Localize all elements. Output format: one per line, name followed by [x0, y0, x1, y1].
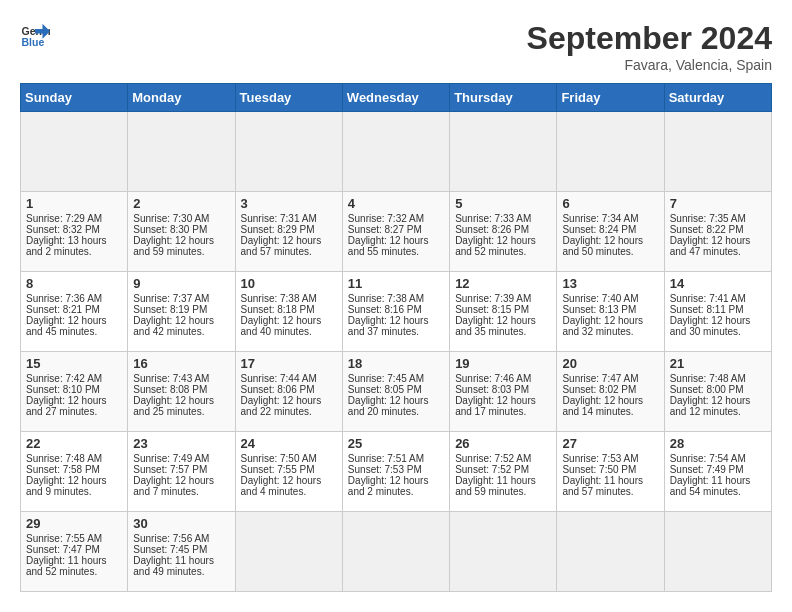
- day-cell-2: 2 Sunrise: 7:30 AMSunset: 8:30 PMDayligh…: [128, 192, 235, 272]
- day-cell-10: 10 Sunrise: 7:38 AMSunset: 8:18 PMDaylig…: [235, 272, 342, 352]
- day-cell-14: 14 Sunrise: 7:41 AMSunset: 8:11 PMDaylig…: [664, 272, 771, 352]
- empty-cell: [235, 112, 342, 192]
- day-number: 21: [670, 356, 766, 371]
- empty-cell: [342, 112, 449, 192]
- day-number: 6: [562, 196, 658, 211]
- day-cell-24: 24 Sunrise: 7:50 AMSunset: 7:55 PMDaylig…: [235, 432, 342, 512]
- day-number: 3: [241, 196, 337, 211]
- logo: General Blue: [20, 20, 50, 50]
- day-number: 9: [133, 276, 229, 291]
- calendar-table: Sunday Monday Tuesday Wednesday Thursday…: [20, 83, 772, 592]
- table-row: 22 Sunrise: 7:48 AMSunset: 7:58 PMDaylig…: [21, 432, 772, 512]
- day-number: 8: [26, 276, 122, 291]
- col-saturday: Saturday: [664, 84, 771, 112]
- empty-cell: [128, 112, 235, 192]
- day-number: 5: [455, 196, 551, 211]
- empty-cell: [557, 512, 664, 592]
- day-cell-29: 29 Sunrise: 7:55 AMSunset: 7:47 PMDaylig…: [21, 512, 128, 592]
- location: Favara, Valencia, Spain: [527, 57, 772, 73]
- day-cell-5: 5 Sunrise: 7:33 AMSunset: 8:26 PMDayligh…: [450, 192, 557, 272]
- day-cell-30: 30 Sunrise: 7:56 AMSunset: 7:45 PMDaylig…: [128, 512, 235, 592]
- day-cell-23: 23 Sunrise: 7:49 AMSunset: 7:57 PMDaylig…: [128, 432, 235, 512]
- month-title: September 2024: [527, 20, 772, 57]
- day-number: 24: [241, 436, 337, 451]
- col-monday: Monday: [128, 84, 235, 112]
- day-cell-16: 16 Sunrise: 7:43 AMSunset: 8:08 PMDaylig…: [128, 352, 235, 432]
- day-cell-13: 13 Sunrise: 7:40 AMSunset: 8:13 PMDaylig…: [557, 272, 664, 352]
- svg-text:Blue: Blue: [22, 36, 45, 48]
- day-number: 4: [348, 196, 444, 211]
- table-row: [21, 112, 772, 192]
- title-block: September 2024 Favara, Valencia, Spain: [527, 20, 772, 73]
- empty-cell: [450, 512, 557, 592]
- col-wednesday: Wednesday: [342, 84, 449, 112]
- header-row: Sunday Monday Tuesday Wednesday Thursday…: [21, 84, 772, 112]
- day-number: 15: [26, 356, 122, 371]
- day-cell-15: 15 Sunrise: 7:42 AMSunset: 8:10 PMDaylig…: [21, 352, 128, 432]
- day-cell-28: 28 Sunrise: 7:54 AMSunset: 7:49 PMDaylig…: [664, 432, 771, 512]
- day-cell-9: 9 Sunrise: 7:37 AMSunset: 8:19 PMDayligh…: [128, 272, 235, 352]
- col-sunday: Sunday: [21, 84, 128, 112]
- day-number: 27: [562, 436, 658, 451]
- day-cell-8: 8 Sunrise: 7:36 AMSunset: 8:21 PMDayligh…: [21, 272, 128, 352]
- day-number: 16: [133, 356, 229, 371]
- day-number: 11: [348, 276, 444, 291]
- empty-cell: [235, 512, 342, 592]
- day-cell-20: 20 Sunrise: 7:47 AMSunset: 8:02 PMDaylig…: [557, 352, 664, 432]
- day-number: 14: [670, 276, 766, 291]
- day-cell-12: 12 Sunrise: 7:39 AMSunset: 8:15 PMDaylig…: [450, 272, 557, 352]
- day-number: 29: [26, 516, 122, 531]
- day-number: 10: [241, 276, 337, 291]
- day-cell-25: 25 Sunrise: 7:51 AMSunset: 7:53 PMDaylig…: [342, 432, 449, 512]
- day-cell-1: 1 Sunrise: 7:29 AMSunset: 8:32 PMDayligh…: [21, 192, 128, 272]
- day-cell-22: 22 Sunrise: 7:48 AMSunset: 7:58 PMDaylig…: [21, 432, 128, 512]
- empty-cell: [450, 112, 557, 192]
- day-cell-27: 27 Sunrise: 7:53 AMSunset: 7:50 PMDaylig…: [557, 432, 664, 512]
- day-cell-21: 21 Sunrise: 7:48 AMSunset: 8:00 PMDaylig…: [664, 352, 771, 432]
- day-cell-7: 7 Sunrise: 7:35 AMSunset: 8:22 PMDayligh…: [664, 192, 771, 272]
- day-cell-19: 19 Sunrise: 7:46 AMSunset: 8:03 PMDaylig…: [450, 352, 557, 432]
- logo-icon: General Blue: [20, 20, 50, 50]
- day-number: 28: [670, 436, 766, 451]
- day-number: 23: [133, 436, 229, 451]
- day-number: 2: [133, 196, 229, 211]
- empty-cell: [557, 112, 664, 192]
- empty-cell: [664, 112, 771, 192]
- day-number: 25: [348, 436, 444, 451]
- day-cell-11: 11 Sunrise: 7:38 AMSunset: 8:16 PMDaylig…: [342, 272, 449, 352]
- day-number: 26: [455, 436, 551, 451]
- day-number: 18: [348, 356, 444, 371]
- empty-cell: [664, 512, 771, 592]
- table-row: 1 Sunrise: 7:29 AMSunset: 8:32 PMDayligh…: [21, 192, 772, 272]
- empty-cell: [21, 112, 128, 192]
- col-thursday: Thursday: [450, 84, 557, 112]
- day-number: 12: [455, 276, 551, 291]
- day-number: 22: [26, 436, 122, 451]
- day-number: 30: [133, 516, 229, 531]
- col-friday: Friday: [557, 84, 664, 112]
- day-cell-26: 26 Sunrise: 7:52 AMSunset: 7:52 PMDaylig…: [450, 432, 557, 512]
- day-number: 17: [241, 356, 337, 371]
- day-cell-4: 4 Sunrise: 7:32 AMSunset: 8:27 PMDayligh…: [342, 192, 449, 272]
- day-number: 19: [455, 356, 551, 371]
- table-row: 15 Sunrise: 7:42 AMSunset: 8:10 PMDaylig…: [21, 352, 772, 432]
- day-cell-17: 17 Sunrise: 7:44 AMSunset: 8:06 PMDaylig…: [235, 352, 342, 432]
- day-number: 7: [670, 196, 766, 211]
- empty-cell: [342, 512, 449, 592]
- day-cell-6: 6 Sunrise: 7:34 AMSunset: 8:24 PMDayligh…: [557, 192, 664, 272]
- day-number: 20: [562, 356, 658, 371]
- col-tuesday: Tuesday: [235, 84, 342, 112]
- table-row: 8 Sunrise: 7:36 AMSunset: 8:21 PMDayligh…: [21, 272, 772, 352]
- day-cell-18: 18 Sunrise: 7:45 AMSunset: 8:05 PMDaylig…: [342, 352, 449, 432]
- table-row: 29 Sunrise: 7:55 AMSunset: 7:47 PMDaylig…: [21, 512, 772, 592]
- day-cell-3: 3 Sunrise: 7:31 AMSunset: 8:29 PMDayligh…: [235, 192, 342, 272]
- day-number: 1: [26, 196, 122, 211]
- day-number: 13: [562, 276, 658, 291]
- page-header: General Blue September 2024 Favara, Vale…: [20, 20, 772, 73]
